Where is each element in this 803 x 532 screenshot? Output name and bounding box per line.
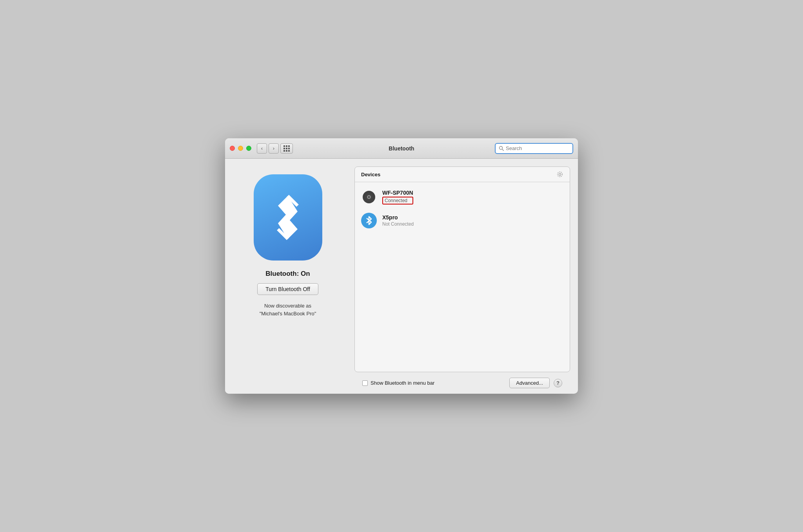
svg-point-11 (368, 196, 370, 198)
search-box[interactable] (495, 143, 573, 154)
device-status: Not Connected (382, 221, 414, 227)
back-button[interactable]: ‹ (257, 143, 267, 154)
svg-line-1 (502, 149, 504, 151)
window-title: Bluetooth (389, 145, 414, 152)
device-list: WF-SP700N Connected X5pro (355, 182, 570, 235)
forward-button[interactable]: › (269, 143, 279, 154)
checkbox-label: Show Bluetooth in menu bar (371, 380, 434, 386)
nav-buttons: ‹ › (257, 143, 279, 154)
checkbox-area[interactable]: Show Bluetooth in menu bar (362, 380, 434, 386)
turn-bluetooth-off-button[interactable]: Turn Bluetooth Off (257, 283, 318, 295)
device-info: WF-SP700N Connected (382, 190, 413, 204)
list-item[interactable]: X5pro Not Connected (355, 209, 570, 232)
right-panel: Devices (351, 159, 578, 394)
traffic-lights (230, 146, 251, 151)
svg-point-0 (500, 147, 503, 150)
search-icon (499, 146, 504, 151)
svg-point-6 (558, 172, 563, 177)
bottom-bar: Show Bluetooth in menu bar Advanced... ? (354, 372, 570, 394)
close-button[interactable] (230, 146, 235, 151)
bluetooth-preferences-window: ‹ › Bluetooth (225, 138, 578, 394)
show-in-menu-bar-checkbox[interactable] (362, 380, 368, 386)
minimize-button[interactable] (238, 146, 243, 151)
search-input[interactable] (506, 145, 569, 151)
discoverable-text: Now discoverable as "Michael's MacBook P… (260, 302, 316, 317)
bluetooth-logo (270, 192, 305, 243)
device-name: WF-SP700N (382, 190, 413, 196)
grid-view-button[interactable] (280, 143, 293, 154)
titlebar: ‹ › Bluetooth (225, 138, 578, 159)
list-item[interactable]: WF-SP700N Connected (355, 185, 570, 209)
help-button[interactable]: ? (554, 379, 562, 387)
grid-icon (283, 145, 290, 152)
left-panel: Bluetooth: On Turn Bluetooth Off Now dis… (225, 159, 351, 394)
speaker-icon (361, 189, 377, 205)
devices-label: Devices (361, 172, 380, 177)
gear-icon (556, 171, 563, 178)
device-name: X5pro (382, 214, 414, 221)
svg-point-7 (559, 173, 561, 175)
device-status-badge: Connected (382, 197, 413, 204)
device-info: X5pro Not Connected (382, 214, 414, 227)
bluetooth-icon-container (254, 174, 322, 261)
main-content: Bluetooth: On Turn Bluetooth Off Now dis… (225, 159, 578, 394)
devices-header: Devices (355, 167, 570, 182)
advanced-button[interactable]: Advanced... (509, 378, 550, 388)
maximize-button[interactable] (246, 146, 251, 151)
devices-panel: Devices (354, 166, 570, 372)
bluetooth-device-icon (361, 213, 377, 228)
bluetooth-status-label: Bluetooth: On (265, 270, 310, 278)
